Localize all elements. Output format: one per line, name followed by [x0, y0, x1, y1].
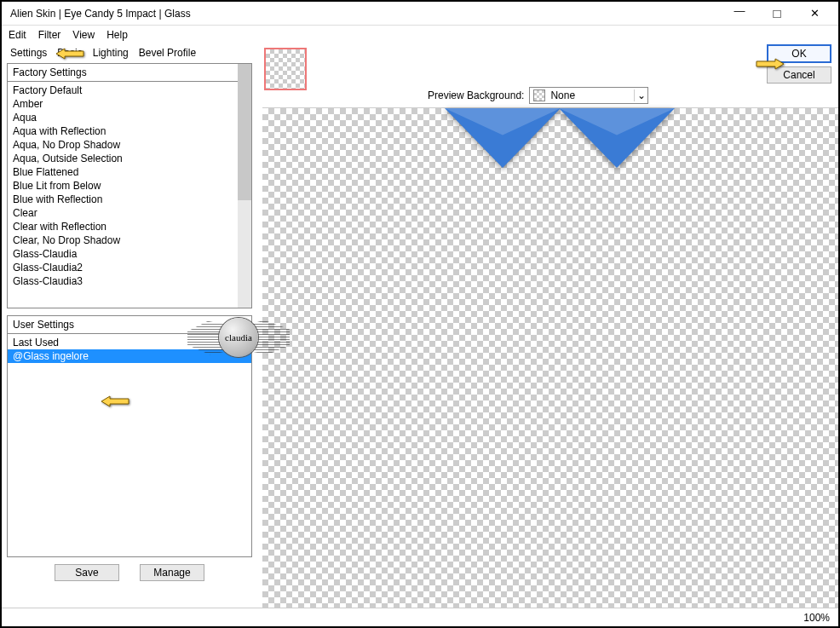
ok-cancel-group: OK Cancel [767, 44, 831, 84]
factory-settings-list: Factory Settings Factory DefaultAmberAqu… [7, 63, 252, 308]
menu-bar: Edit Filter View Help [2, 26, 838, 44]
tab-settings[interactable]: Settings [10, 47, 47, 59]
close-button[interactable] [796, 3, 833, 25]
list-item[interactable]: Blue Lit from Below [8, 179, 251, 193]
menu-help[interactable]: Help [106, 29, 128, 41]
menu-view[interactable]: View [72, 29, 95, 41]
title-bar: Alien Skin | Eye Candy 5 Impact | Glass [2, 2, 838, 26]
content-area: Settings Basic Lighting Bevel Profile Fa… [2, 44, 838, 608]
ok-button[interactable]: OK [767, 44, 831, 63]
preview-pane: Preview Background: None ⌄ OK Cancel [257, 44, 838, 608]
maximize-button[interactable] [758, 3, 796, 25]
tab-basic[interactable]: Basic [57, 47, 82, 59]
tab-bevel[interactable]: Bevel Profile [139, 47, 196, 59]
menu-filter[interactable]: Filter [38, 29, 61, 41]
settings-tabs: Settings Basic Lighting Bevel Profile [7, 44, 252, 61]
factory-settings-header: Factory Settings [8, 64, 251, 82]
list-item[interactable]: @Glass ingelore [8, 349, 251, 363]
cancel-button[interactable]: Cancel [767, 66, 831, 84]
preview-canvas[interactable] [262, 107, 838, 608]
window-buttons [721, 3, 833, 25]
settings-button-row: Save Manage [7, 564, 252, 581]
user-settings-list: User Settings Last Used@Glass ingelore [7, 315, 252, 557]
list-item[interactable]: Clear with Reflection [8, 220, 251, 233]
list-item[interactable]: Last Used [8, 336, 251, 349]
list-item[interactable]: Aqua with Reflection [8, 124, 251, 138]
minimize-button[interactable] [721, 3, 758, 25]
list-item[interactable]: Blue with Reflection [8, 193, 251, 206]
preview-background-value: None [549, 89, 634, 101]
list-item[interactable]: Blue Flattened [8, 165, 251, 179]
tab-lighting[interactable]: Lighting [93, 47, 129, 59]
list-item[interactable]: Clear [8, 206, 251, 220]
list-item[interactable]: Aqua, No Drop Shadow [8, 138, 251, 152]
menu-edit[interactable]: Edit [9, 29, 26, 41]
list-item[interactable]: Clear, No Drop Shadow [8, 233, 251, 247]
factory-settings-body: Factory DefaultAmberAquaAqua with Reflec… [8, 82, 251, 308]
list-item[interactable]: Aqua [8, 111, 251, 124]
settings-pane: Settings Basic Lighting Bevel Profile Fa… [2, 44, 257, 608]
list-item[interactable]: Amber [8, 97, 251, 111]
preview-shape-2 [559, 108, 675, 168]
scrollbar-track[interactable] [238, 64, 251, 308]
preview-top-row [257, 44, 838, 92]
save-button[interactable]: Save [55, 564, 119, 581]
zoom-level: 100% [803, 612, 830, 624]
list-item[interactable]: Factory Default [8, 84, 251, 97]
chevron-down-icon: ⌄ [634, 89, 647, 101]
preview-background-label: Preview Background: [428, 89, 524, 101]
status-bar: 100% [2, 608, 838, 626]
scrollbar-thumb[interactable] [238, 64, 251, 200]
list-item[interactable]: Glass-Claudia3 [8, 274, 251, 288]
window-title: Alien Skin | Eye Candy 5 Impact | Glass [7, 8, 721, 20]
preview-background-row: Preview Background: None ⌄ [428, 87, 648, 104]
manage-button[interactable]: Manage [140, 564, 204, 581]
preview-shape-1 [445, 108, 561, 168]
preview-background-combo[interactable]: None ⌄ [529, 87, 648, 104]
list-item[interactable]: Glass-Claudia [8, 247, 251, 261]
user-settings-header: User Settings [8, 316, 251, 334]
preview-thumbnail[interactable] [264, 48, 307, 90]
user-settings-body: Last Used@Glass ingelore [8, 334, 251, 556]
list-item[interactable]: Glass-Claudia2 [8, 261, 251, 274]
swatch-icon [533, 89, 545, 101]
list-item[interactable]: Aqua, Outside Selection [8, 152, 251, 165]
